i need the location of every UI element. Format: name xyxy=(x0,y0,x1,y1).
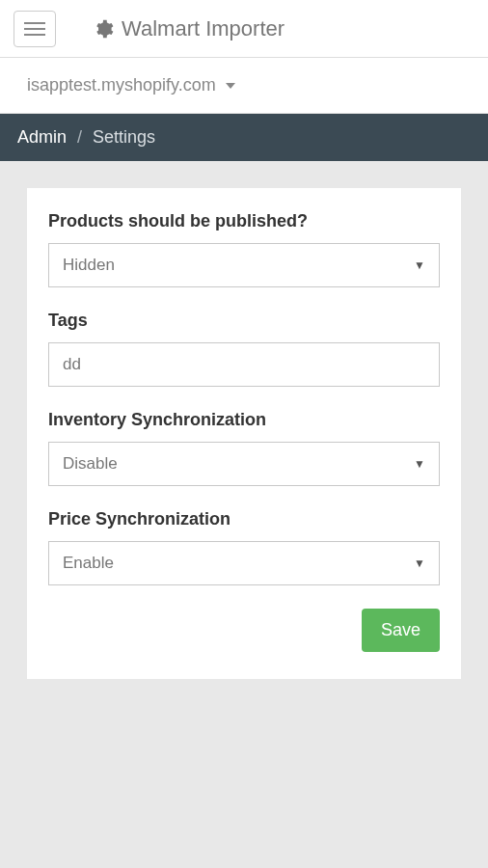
save-button[interactable]: Save xyxy=(362,609,440,652)
price-sync-label: Price Synchronization xyxy=(48,509,440,529)
tags-input[interactable] xyxy=(48,342,440,387)
chevron-down-icon: ▼ xyxy=(414,556,425,570)
brand-text: Walmart Importer xyxy=(122,16,285,41)
price-sync-value: Enable xyxy=(63,554,114,573)
publish-select[interactable]: Hidden ▼ xyxy=(48,243,440,287)
settings-card: Products should be published? Hidden ▼ T… xyxy=(27,188,461,679)
shop-selector[interactable]: isapptest.myshopify.com xyxy=(0,58,488,114)
chevron-down-icon xyxy=(226,83,235,89)
field-tags: Tags xyxy=(48,311,440,387)
inventory-sync-value: Disable xyxy=(63,454,118,474)
breadcrumb-separator: / xyxy=(77,127,82,147)
field-inventory-sync: Inventory Synchronization Disable ▼ xyxy=(48,410,440,486)
chevron-down-icon: ▼ xyxy=(414,258,425,272)
field-price-sync: Price Synchronization Enable ▼ xyxy=(48,509,440,585)
publish-value: Hidden xyxy=(63,256,115,275)
chevron-down-icon: ▼ xyxy=(414,457,425,471)
menu-button[interactable] xyxy=(14,11,56,47)
form-actions: Save xyxy=(48,609,440,652)
tags-label: Tags xyxy=(48,311,440,331)
price-sync-select[interactable]: Enable ▼ xyxy=(48,541,440,585)
field-publish: Products should be published? Hidden ▼ xyxy=(48,211,440,287)
shop-name: isapptest.myshopify.com xyxy=(27,75,216,95)
inventory-sync-select[interactable]: Disable ▼ xyxy=(48,442,440,486)
gear-icon xyxy=(93,18,114,40)
brand: Walmart Importer xyxy=(93,16,285,41)
top-bar: Walmart Importer xyxy=(0,0,488,58)
publish-label: Products should be published? xyxy=(48,211,440,231)
breadcrumb: Admin / Settings xyxy=(0,114,488,161)
content: Products should be published? Hidden ▼ T… xyxy=(0,161,488,706)
breadcrumb-root[interactable]: Admin xyxy=(17,127,67,147)
breadcrumb-current: Settings xyxy=(93,127,155,147)
inventory-sync-label: Inventory Synchronization xyxy=(48,410,440,430)
